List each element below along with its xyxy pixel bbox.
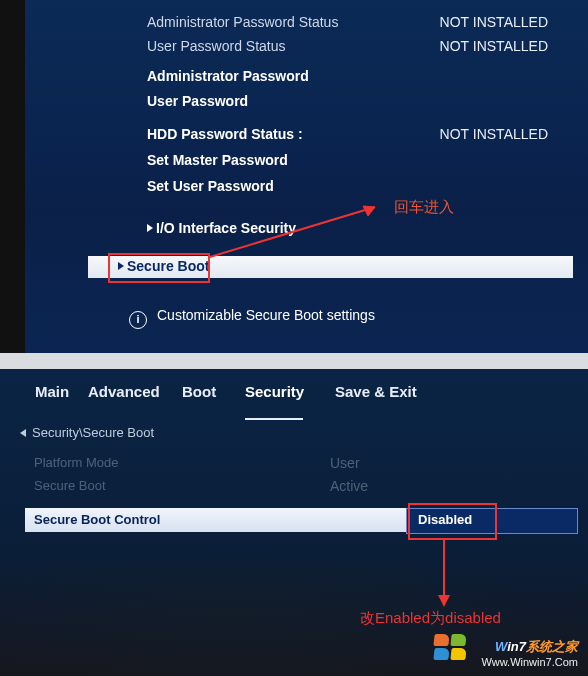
secure-boot-state-value: Active (330, 478, 368, 494)
tab-advanced[interactable]: Advanced (88, 383, 160, 400)
hint-row: iCustomizable Secure Boot settings (129, 307, 375, 329)
breadcrumb: Security\Secure Boot (20, 425, 154, 440)
watermark: Win7系统之家 Www.Winwin7.Com (481, 638, 578, 668)
platform-mode-value: User (330, 455, 360, 471)
hint-text: Customizable Secure Boot settings (157, 307, 375, 323)
admin-pw-status-label: Administrator Password Status (147, 14, 338, 30)
hdd-pw-status-label: HDD Password Status : (147, 126, 303, 142)
wm-url: Www.Winwin7.Com (481, 656, 578, 668)
user-pw-status-value: NOT INSTALLED (440, 38, 548, 54)
annotation-box (108, 253, 210, 283)
secure-boot-state-label: Secure Boot (34, 478, 106, 493)
set-user-pw-item[interactable]: Set User Password (147, 178, 274, 194)
wm-zh: 系统之家 (526, 639, 578, 654)
bios-security-screen: Administrator Password Status NOT INSTAL… (0, 0, 588, 353)
chevron-left-icon (20, 429, 26, 437)
io-security-label: I/O Interface Security (156, 220, 296, 236)
wm-in7: in7 (507, 639, 526, 654)
annotation-text-2: 改Enabled为disabled (360, 609, 501, 628)
tab-main[interactable]: Main (35, 383, 69, 400)
gap (0, 353, 588, 369)
annotation-arrow-2-icon (430, 537, 470, 612)
wm-w: W (495, 639, 507, 654)
breadcrumb-text: Security\Secure Boot (32, 425, 154, 440)
chevron-right-icon (147, 224, 153, 232)
platform-mode-label: Platform Mode (34, 455, 119, 470)
user-pw-item[interactable]: User Password (147, 93, 248, 109)
tab-underline (245, 418, 303, 420)
tab-bar: Main Advanced Boot Security Save & Exit (0, 383, 588, 415)
svg-marker-3 (438, 595, 450, 607)
info-icon: i (129, 311, 147, 329)
io-security-item[interactable]: I/O Interface Security (147, 220, 296, 236)
secure-boot-control-item[interactable]: Secure Boot Control (34, 512, 160, 527)
set-master-pw-item[interactable]: Set Master Password (147, 152, 288, 168)
tab-boot[interactable]: Boot (182, 383, 216, 400)
hdd-pw-status-value: NOT INSTALLED (440, 126, 548, 142)
annotation-text: 回车进入 (394, 198, 454, 217)
bios-secure-boot-screen: Main Advanced Boot Security Save & Exit … (0, 369, 588, 676)
tab-security[interactable]: Security (245, 383, 304, 400)
admin-pw-status-value: NOT INSTALLED (440, 14, 548, 30)
windows-logo-icon (434, 634, 468, 662)
svg-marker-1 (363, 206, 375, 216)
tab-save-exit[interactable]: Save & Exit (335, 383, 417, 400)
admin-pw-item[interactable]: Administrator Password (147, 68, 309, 84)
user-pw-status-label: User Password Status (147, 38, 286, 54)
annotation-box-2 (408, 503, 497, 540)
